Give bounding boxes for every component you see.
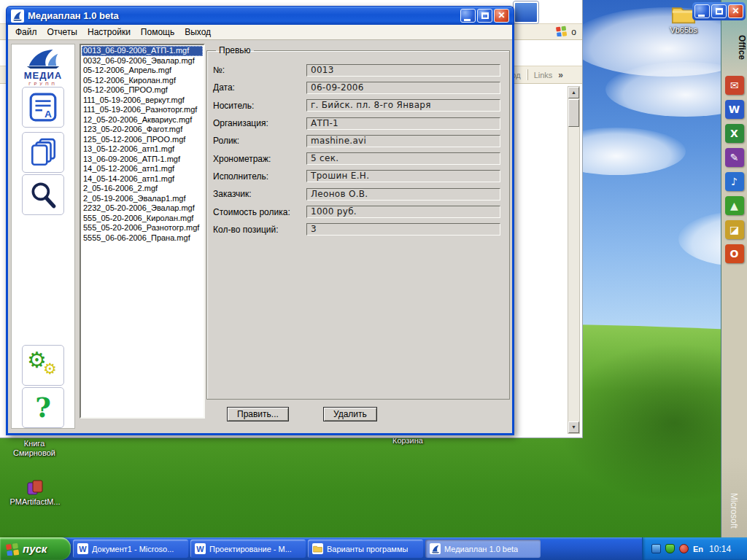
file-list-item[interactable]: 05-12-2006_Киролан.mgf — [82, 76, 203, 86]
desktop-icon-label: Vb65bs — [655, 26, 712, 35]
windows-logo-icon — [556, 26, 567, 39]
file-list-item[interactable]: 14_05-12-2006_атп1.mgf — [82, 164, 203, 174]
scroll-down-button[interactable]: ▼ — [568, 421, 579, 433]
window-body: Файл Отчеты Настройки Помощь Выход МЕДИА — [6, 25, 514, 435]
file-list-item[interactable]: 555_05-20-2006_Киролан.mgf — [82, 214, 203, 224]
taskbar-item-document1[interactable]: W Документ1 - Microso... — [73, 540, 188, 558]
preview-field-value[interactable]: г. Бийск. пл. 8-го Января — [306, 99, 500, 112]
preview-field-label: №: — [213, 65, 306, 75]
file-list-item[interactable]: 13_06-09-2006_АТП-1.mgf — [82, 155, 203, 165]
chevron-button[interactable]: » — [558, 70, 563, 80]
file-list-item[interactable]: 14_05-14-2006_атп1.mgf — [82, 174, 203, 184]
clock[interactable]: 10:14 — [709, 544, 731, 554]
file-list-item[interactable]: 0013_06-09-2006_АТП-1.mgf — [82, 46, 203, 56]
bg-minimize-button[interactable] — [694, 4, 710, 18]
media-group-logo: МЕДИА ГРУПП — [12, 49, 74, 86]
preview-field-value[interactable]: 06-09-2006 — [306, 82, 500, 94]
taskbar-item-varianty-programmy[interactable]: Варианты программы — [308, 540, 423, 558]
background-scrollbar[interactable]: ▲ ▼ — [568, 86, 580, 434]
file-list[interactable]: 0013_06-09-2006_АТП-1.mgf0032_06-09-2006… — [80, 44, 205, 419]
taskbar: пуск W Документ1 - Microso... W Проектир… — [0, 537, 747, 560]
antivirus-icon[interactable] — [679, 544, 689, 553]
taskbar-item-mediaplan[interactable]: Медиаплан 1.0 beta — [425, 540, 541, 558]
tree-icon[interactable]: ▲ — [725, 196, 744, 215]
file-list-item[interactable]: 2_05-19-2006_Эвалар1.mgf — [82, 194, 203, 204]
start-button[interactable]: пуск — [0, 537, 71, 560]
menu-reports[interactable]: Отчеты — [42, 26, 82, 39]
mediaplan-titlebar[interactable]: Медиаплан 1.0 beta ✕ — [6, 6, 514, 25]
preview-field-label: Носитель: — [213, 101, 306, 111]
preview-field-label: Исполнитель: — [213, 171, 306, 182]
menu-file[interactable]: Файл — [10, 26, 42, 39]
bg-close-button[interactable]: ✕ — [728, 4, 743, 18]
file-list-item[interactable]: 05-12-2006_Апрель.mgf — [82, 66, 203, 76]
taskbar-item-proektirovanie[interactable]: W Проектирование - M... — [190, 540, 306, 558]
file-list-item[interactable]: 5555_06-06-2006_Прана.mgf — [82, 233, 203, 244]
report-button[interactable]: A — [22, 87, 64, 128]
links-label[interactable]: Links — [534, 71, 553, 79]
background-window-caption-buttons: ✕ — [692, 2, 746, 20]
file-list-item[interactable]: 123_05-20-2006_Фагот.mgf — [82, 125, 203, 135]
office-bar-label[interactable]: Office — [721, 26, 747, 69]
delete-button[interactable]: Удалить — [323, 407, 377, 421]
system-tray: En 10:14 — [642, 537, 747, 560]
file-list-item[interactable]: 111_05-19-2006_Разноторг.mgf — [82, 105, 203, 115]
settings-button[interactable]: ⚙⚙ — [22, 345, 64, 386]
preview-field-label: Стоимость ролика: — [213, 207, 306, 217]
file-list-item[interactable]: 2_05-16-2006_2.mgf — [82, 184, 203, 194]
search-icon — [28, 179, 58, 210]
file-list-item[interactable]: 125_05-12-2006_ПРОО.mgf — [82, 135, 203, 145]
file-list-item[interactable]: 2232_05-20-2006_Эвалар.mgf — [82, 203, 203, 214]
preview-title: Превью — [216, 45, 254, 55]
pages-icon — [28, 137, 58, 168]
excel-icon[interactable]: X — [725, 124, 744, 143]
network-icon[interactable] — [651, 544, 661, 553]
search-button[interactable] — [22, 174, 64, 215]
file-list-item[interactable]: 05-12-2006_ПРОО.mgf — [82, 85, 203, 96]
preview-field-value[interactable]: АТП-1 — [306, 117, 500, 130]
language-indicator[interactable]: En — [693, 545, 703, 553]
preview-field-value[interactable]: Трошин Е.Н. — [306, 170, 500, 182]
close-button[interactable]: ✕ — [494, 9, 509, 23]
file-list-item[interactable]: 555_05-20-2006_Разнотогр.mgf — [82, 223, 203, 233]
file-list-item[interactable]: 111_05-19-2006_веркут.mgf — [82, 96, 203, 106]
menu-exit[interactable]: Выход — [179, 26, 216, 39]
powerpoint-icon[interactable]: O — [725, 244, 744, 263]
menu-settings[interactable]: Настройки — [82, 26, 136, 39]
file-list-item[interactable]: 12_05-20-2006_Аквариус.mgf — [82, 115, 203, 125]
preview-field-value[interactable]: 1000 руб. — [306, 206, 500, 218]
background-toolbar-icon[interactable] — [514, 1, 538, 23]
minimize-button[interactable] — [460, 9, 476, 23]
word-icon: W — [77, 543, 88, 554]
mail-icon[interactable]: ✉ — [725, 76, 744, 95]
preview-field-value[interactable]: Леонов О.В. — [306, 188, 500, 201]
bg-maximize-button[interactable] — [711, 4, 727, 18]
preview-field-label: Дата: — [213, 82, 306, 93]
maximize-button[interactable] — [477, 9, 492, 23]
pen-icon[interactable]: ✎ — [725, 148, 744, 167]
toolbar-separator — [527, 69, 528, 80]
scroll-up-button[interactable]: ▲ — [568, 87, 579, 98]
picture-icon[interactable]: ◪ — [725, 220, 744, 239]
file-list-item[interactable]: 0032_06-09-2006_Эвалар.mgf — [82, 56, 203, 66]
menu-help[interactable]: Помощь — [136, 26, 179, 39]
start-label: пуск — [23, 542, 47, 555]
edit-button[interactable]: Править... — [227, 407, 289, 421]
document-icon: A — [28, 92, 58, 122]
help-button[interactable]: ? — [22, 387, 64, 428]
sound-icon[interactable]: ♪ — [725, 172, 744, 191]
logo-subtext: ГРУПП — [12, 82, 74, 86]
office-bar-icons: ✉WX✎♪▲◪O — [721, 76, 747, 263]
copy-button[interactable] — [22, 132, 64, 173]
preview-field-label: Хронометраж: — [213, 154, 306, 164]
word-icon[interactable]: W — [725, 100, 744, 119]
preview-field-value[interactable]: 3 — [306, 223, 500, 236]
preview-field-value[interactable]: mashine.avi — [306, 135, 500, 147]
desktop-icon-pmartifact[interactable]: PMArtifactM... — [1, 480, 69, 507]
logo-text: МЕДИА — [12, 70, 74, 81]
scroll-thumb[interactable] — [568, 99, 579, 127]
preview-field-value[interactable]: 5 сек. — [306, 152, 500, 165]
shield-icon[interactable] — [665, 544, 675, 553]
file-list-item[interactable]: 13_05-12-2006_атп1.mgf — [82, 144, 203, 155]
preview-field-value[interactable]: 0013 — [306, 64, 500, 77]
